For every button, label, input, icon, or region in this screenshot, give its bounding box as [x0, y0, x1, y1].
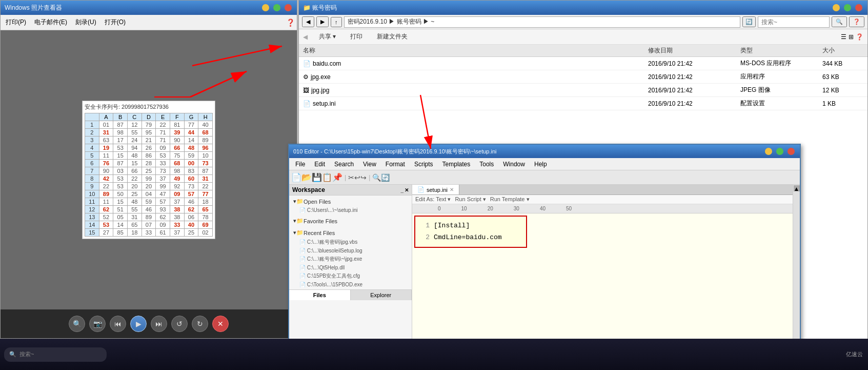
fe-print-button[interactable]: 打印 [347, 31, 366, 42]
menu-edit[interactable]: Edit [310, 160, 329, 169]
open-files-toggle[interactable]: ▾ 📁 Open Files [291, 197, 410, 206]
menu-format[interactable]: Format [381, 160, 409, 169]
file-list-row[interactable]: 📄baidu.com 2016/9/10 21:42 MS-DOS 应用程序 3… [299, 57, 867, 70]
cell-r5-c0: 11 [99, 152, 113, 160]
menu-email[interactable]: 电子邮件(E) [31, 17, 70, 28]
help-icon[interactable]: ❓ [286, 18, 295, 27]
toolbar-save-icon[interactable]: 💾 [312, 172, 322, 182]
toolbar-open-icon[interactable]: 📂 [301, 172, 312, 182]
toolbar-replace-icon[interactable]: 🔄 [381, 173, 390, 182]
play-button[interactable]: ▶ [130, 316, 147, 332]
fe-search-input[interactable] [758, 16, 830, 28]
taskbar-search[interactable]: 🔍 搜索~ [4, 347, 107, 362]
fe-view-list-icon[interactable]: ☰ [841, 33, 846, 41]
toolbar-paste-icon[interactable]: 📌 [332, 172, 342, 182]
prev-button[interactable]: ⏮ [110, 316, 126, 332]
next-button[interactable]: ⏭ [151, 316, 167, 332]
editor-title: 010 Editor - C:\Users\15pb-win7\Desktop\… [293, 148, 496, 155]
sidebar-close-icon[interactable]: ✕ [405, 187, 409, 193]
editor-scrollbar[interactable]: ▲ [793, 185, 800, 358]
tab-files[interactable]: Files [289, 290, 351, 300]
ruler-mark-50: 50 [566, 206, 572, 211]
open-file-item-1[interactable]: 📄 C:\Users\...\~\setup.ini [291, 206, 410, 214]
toolbar-undo-icon[interactable]: ↩ [354, 173, 360, 182]
fe-help-button[interactable]: ❓ [849, 16, 864, 27]
photo-viewer-menubar: 打印(P) 电子邮件(E) 刻录(U) 打开(O) ❓ [1, 15, 297, 30]
maximize-button[interactable] [273, 4, 280, 11]
row-num-9: 9 [85, 183, 99, 190]
menu-file[interactable]: File [291, 160, 309, 169]
file-list-row[interactable]: 🖼jpg.jpg 2016/9/10 21:42 JPEG 图像 12 KB [299, 84, 867, 97]
recent-files-toggle[interactable]: ▾ 📁 Recent Files [291, 228, 410, 238]
edit-as-dropdown[interactable]: Edit As: Text ▾ [415, 196, 451, 203]
menu-print[interactable]: 打印(P) [3, 17, 29, 28]
fe-up-button[interactable]: ↑ [331, 17, 342, 27]
file-name-3: 📄setup.ini [303, 100, 648, 107]
toolbar-find-icon[interactable]: 🔍 [372, 173, 381, 182]
editor-minimize-button[interactable] [765, 148, 772, 155]
menu-tools[interactable]: Tools [475, 160, 498, 169]
toolbar-redo-icon[interactable]: ↪ [360, 173, 367, 182]
toolbar-copy-icon[interactable]: 📋 [322, 172, 332, 182]
close-window-button[interactable] [285, 4, 292, 11]
file-list-row[interactable]: ⚙jpg.exe 2016/9/10 21:42 应用程序 63 KB [299, 70, 867, 84]
menu-search[interactable]: Search [330, 160, 358, 169]
file-date-3: 2016/9/10 21:42 [648, 100, 740, 107]
screenshot-button[interactable]: 📷 [89, 316, 106, 332]
run-template-dropdown[interactable]: Run Template ▾ [490, 196, 530, 203]
col-E: E [156, 113, 170, 121]
fe-search-button[interactable]: 🔍 [832, 16, 847, 27]
scrollbar-up-icon[interactable]: ▲ [794, 185, 800, 191]
fe-back-button[interactable]: ◀ [302, 16, 314, 27]
rotate-left-button[interactable]: ↺ [171, 316, 188, 332]
cell-r7-c5: 98 [170, 167, 184, 175]
fe-help-icon[interactable]: ❓ [856, 33, 863, 41]
zoom-in-button[interactable]: 🔍 [69, 316, 85, 332]
fe-minimize-button[interactable] [833, 4, 840, 11]
editor-maximize-button[interactable] [776, 148, 783, 155]
file-name-1: ⚙jpg.exe [303, 73, 648, 81]
menu-templates[interactable]: Templates [438, 160, 475, 169]
menu-open[interactable]: 打开(O) [102, 17, 129, 28]
editor-tab-setup[interactable]: 📄 setup.ini ✕ [412, 185, 459, 194]
recent-file-6[interactable]: 📄 C:\Tools\...\15PBOD.exe [291, 281, 410, 288]
fe-forward-button[interactable]: ▶ [316, 16, 329, 27]
fe-address-path[interactable]: 密码2016.9.10 ▶ 账号密码 ▶ ~ [344, 16, 741, 28]
recent-file-3[interactable]: 📄 C:\...\账号密码\~\jpg.exe [291, 255, 410, 264]
cell-r14-c2: 65 [127, 221, 142, 229]
menu-burn[interactable]: 刻录(U) [72, 17, 99, 28]
cell-r5-c1: 15 [113, 152, 128, 160]
recent-file-4[interactable]: 📄 C:\...\Qt5Help.dll [291, 264, 410, 271]
workspace-title: Workspace [292, 186, 325, 193]
fe-newfolder-button[interactable]: 新建文件夹 [374, 31, 411, 42]
recent-file-1[interactable]: 📄 C:\...\账号密码\jpg.vbs [291, 238, 410, 247]
fe-refresh-button[interactable]: 🔄 [742, 16, 756, 27]
favorite-files-toggle[interactable]: ▾ 📁 Favorite Files [291, 216, 410, 226]
toolbar-new-icon[interactable]: 📄 [291, 172, 301, 182]
cell-r12-c1: 51 [113, 206, 128, 213]
rotate-right-button[interactable]: ↻ [192, 316, 208, 332]
sidebar-minimize-icon[interactable]: _ [400, 187, 403, 193]
fe-share-button[interactable]: 共享 ▾ [316, 31, 339, 42]
recent-file-5[interactable]: 📄 C:\15PB安全工具包.cfg [291, 271, 410, 281]
menu-window[interactable]: Window [499, 160, 529, 169]
minimize-button[interactable] [262, 4, 269, 11]
tab-close-icon[interactable]: ✕ [450, 187, 454, 192]
menu-help[interactable]: Help [530, 160, 551, 169]
toolbar-cut-icon[interactable]: ✂ [348, 173, 354, 182]
fe-close-button[interactable] [855, 4, 862, 11]
editor-code-area[interactable]: 1 [Install] 2 CmdLine=baidu.com [412, 213, 793, 358]
menu-view[interactable]: View [359, 160, 380, 169]
fe-view-icon-icon[interactable]: ⊞ [849, 33, 854, 41]
fe-maximize-button[interactable] [844, 4, 851, 11]
delete-button[interactable]: ✕ [212, 316, 229, 332]
menu-scripts[interactable]: Scripts [410, 160, 437, 169]
cell-r2-c0: 31 [99, 129, 113, 137]
tab-explorer[interactable]: Explorer [351, 290, 412, 300]
editor-close-button[interactable] [788, 148, 795, 155]
ruler-mark-20: 20 [488, 206, 493, 211]
recent-file-2[interactable]: 📄 C:\...\bluesoleilSetup.log [291, 247, 410, 255]
run-script-dropdown[interactable]: Run Script ▾ [455, 196, 486, 203]
cell-r14-c1: 14 [113, 221, 128, 229]
file-list-row[interactable]: 📄setup.ini 2016/9/10 21:42 配置设置 1 KB [299, 97, 867, 110]
